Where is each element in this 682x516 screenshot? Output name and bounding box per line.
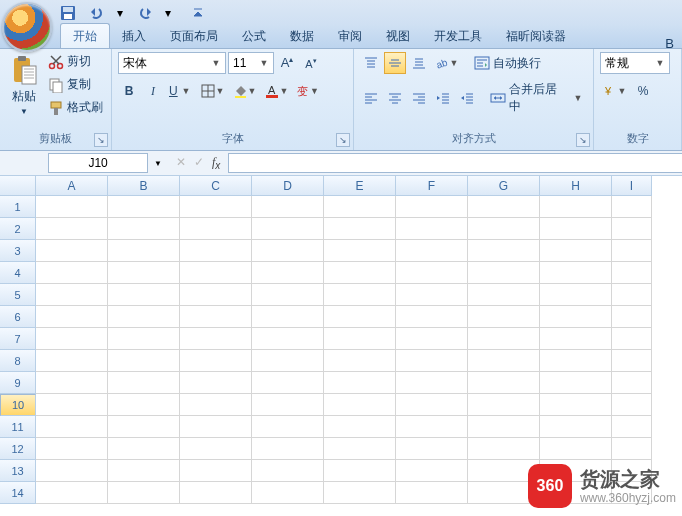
cell[interactable] <box>180 284 252 306</box>
cell[interactable] <box>36 328 108 350</box>
increase-font-button[interactable]: A▴ <box>276 52 298 74</box>
cell[interactable] <box>468 372 540 394</box>
row-header[interactable]: 7 <box>0 328 36 350</box>
cell[interactable] <box>612 372 652 394</box>
chevron-down-icon[interactable]: ▼ <box>154 159 162 168</box>
tab-view[interactable]: 视图 <box>374 24 422 48</box>
cell[interactable] <box>612 262 652 284</box>
cell[interactable] <box>468 416 540 438</box>
formula-bar[interactable] <box>228 153 682 173</box>
number-format-value[interactable] <box>601 53 653 73</box>
number-format-select[interactable]: ▼ <box>600 52 670 74</box>
align-right-button[interactable] <box>408 87 430 109</box>
tab-formulas[interactable]: 公式 <box>230 24 278 48</box>
cell[interactable] <box>396 218 468 240</box>
cell[interactable] <box>36 284 108 306</box>
cell[interactable] <box>180 218 252 240</box>
cell[interactable] <box>252 284 324 306</box>
cell[interactable] <box>612 394 652 416</box>
name-box[interactable] <box>48 153 148 173</box>
cancel-icon[interactable]: ✕ <box>176 155 186 171</box>
column-header[interactable]: H <box>540 176 612 196</box>
cell[interactable] <box>396 350 468 372</box>
cell[interactable] <box>612 416 652 438</box>
column-header[interactable]: I <box>612 176 652 196</box>
cell[interactable] <box>252 372 324 394</box>
tab-home[interactable]: 开始 <box>60 23 110 48</box>
row-header[interactable]: 3 <box>0 240 36 262</box>
cell[interactable] <box>108 218 180 240</box>
cell[interactable] <box>180 262 252 284</box>
cell[interactable] <box>180 482 252 504</box>
cell[interactable] <box>36 482 108 504</box>
undo-dropdown-icon[interactable]: ▾ <box>116 5 124 21</box>
cell[interactable] <box>252 460 324 482</box>
accounting-format-button[interactable]: ¥▼ <box>600 80 630 102</box>
cell[interactable] <box>324 196 396 218</box>
cell[interactable] <box>36 262 108 284</box>
cell[interactable] <box>180 394 252 416</box>
cell[interactable] <box>612 196 652 218</box>
cell[interactable] <box>324 350 396 372</box>
cell[interactable] <box>540 372 612 394</box>
cell[interactable] <box>396 284 468 306</box>
cell[interactable] <box>540 328 612 350</box>
align-top-button[interactable] <box>360 52 382 74</box>
cell[interactable] <box>612 240 652 262</box>
font-color-button[interactable]: A▼ <box>262 80 292 102</box>
dialog-launcher-icon[interactable]: ↘ <box>576 133 590 147</box>
cell[interactable] <box>468 218 540 240</box>
cell[interactable] <box>180 350 252 372</box>
orientation-button[interactable]: ab▼ <box>432 52 462 74</box>
redo-dropdown-icon[interactable]: ▾ <box>164 5 172 21</box>
cell[interactable] <box>108 284 180 306</box>
tab-review[interactable]: 审阅 <box>326 24 374 48</box>
cell[interactable] <box>108 350 180 372</box>
cell[interactable] <box>324 306 396 328</box>
cell[interactable] <box>36 306 108 328</box>
paste-button[interactable]: 粘贴 ▼ <box>6 52 42 118</box>
cell[interactable] <box>324 262 396 284</box>
cell[interactable] <box>108 262 180 284</box>
cell[interactable] <box>180 372 252 394</box>
cell[interactable] <box>108 328 180 350</box>
cell[interactable] <box>396 196 468 218</box>
cell[interactable] <box>180 240 252 262</box>
cell[interactable] <box>36 372 108 394</box>
cell[interactable] <box>252 306 324 328</box>
row-header[interactable]: 9 <box>0 372 36 394</box>
cell[interactable] <box>324 218 396 240</box>
cell[interactable] <box>468 284 540 306</box>
cell[interactable] <box>108 460 180 482</box>
cell[interactable] <box>108 416 180 438</box>
cell[interactable] <box>540 196 612 218</box>
cell[interactable] <box>36 350 108 372</box>
row-header[interactable]: 1 <box>0 196 36 218</box>
cell[interactable] <box>324 328 396 350</box>
row-header[interactable]: 4 <box>0 262 36 284</box>
cell[interactable] <box>396 394 468 416</box>
phonetic-button[interactable]: 变▼ <box>294 80 324 102</box>
cell[interactable] <box>396 460 468 482</box>
decrease-font-button[interactable]: A▾ <box>300 52 322 74</box>
borders-button[interactable]: ▼ <box>198 80 228 102</box>
cell[interactable] <box>324 240 396 262</box>
cell[interactable] <box>252 438 324 460</box>
cell[interactable] <box>396 372 468 394</box>
cell[interactable] <box>324 482 396 504</box>
select-all-corner[interactable] <box>0 176 36 196</box>
row-header[interactable]: 8 <box>0 350 36 372</box>
font-size-value[interactable] <box>229 53 257 73</box>
cell[interactable] <box>108 372 180 394</box>
cell[interactable] <box>468 438 540 460</box>
format-painter-button[interactable]: 格式刷 <box>46 98 105 117</box>
cell[interactable] <box>108 196 180 218</box>
cell[interactable] <box>612 328 652 350</box>
chevron-down-icon[interactable]: ▼ <box>209 58 223 68</box>
cell[interactable] <box>396 262 468 284</box>
column-header[interactable]: F <box>396 176 468 196</box>
cell[interactable] <box>468 394 540 416</box>
cell[interactable] <box>252 416 324 438</box>
redo-icon[interactable] <box>136 5 152 21</box>
cell[interactable] <box>180 306 252 328</box>
